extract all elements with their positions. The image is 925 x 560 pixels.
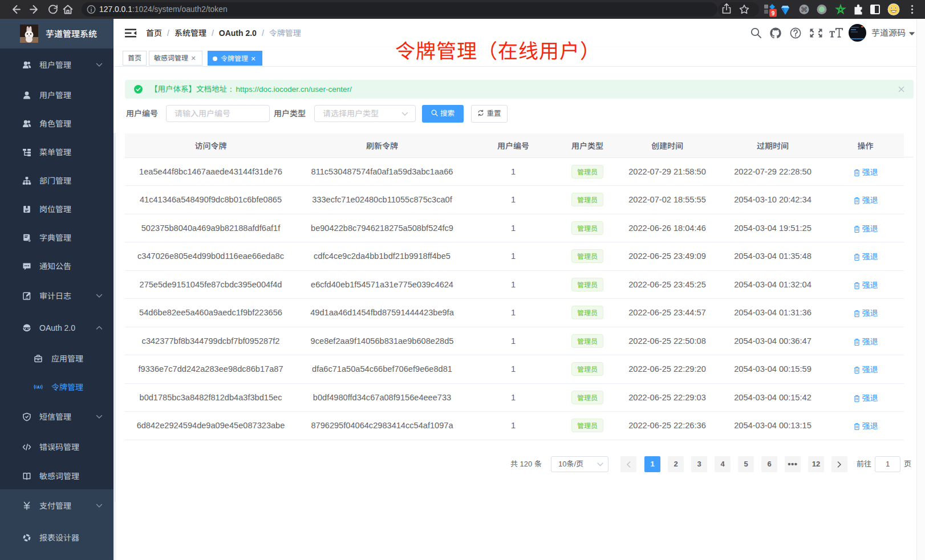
svg-text:9: 9 [772, 10, 775, 17]
svg-text:⌘: ⌘ [801, 6, 808, 14]
